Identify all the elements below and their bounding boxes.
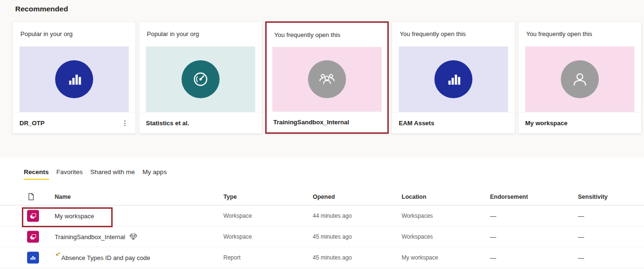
- item-type: Workspace: [223, 213, 252, 219]
- content-tabs: RecentsFavoritesShared with meMy apps: [24, 168, 167, 180]
- item-opened: 45 minutes ago: [313, 233, 352, 240]
- column-header-name[interactable]: Name: [55, 194, 71, 200]
- item-type-icon: [27, 251, 39, 263]
- card-type-icon: [434, 60, 472, 98]
- item-endorsement: —: [490, 233, 496, 240]
- recommended-card[interactable]: You frequently open this My workspace: [518, 21, 642, 134]
- card-type-icon: [182, 60, 220, 98]
- document-icon: [27, 193, 35, 201]
- item-type: Report: [223, 254, 240, 261]
- card-footer: DR_OTP: [13, 112, 135, 133]
- item-endorsement: —: [490, 254, 496, 261]
- column-header-sensitivity[interactable]: Sensitivity: [578, 194, 608, 200]
- recommended-card[interactable]: You frequently open this TrainingSandbox…: [265, 21, 389, 134]
- item-type-icon: [27, 210, 39, 222]
- item-name: Absence Types ID and pay code: [61, 254, 150, 261]
- column-header-opened[interactable]: Opened: [313, 194, 335, 200]
- item-location: My workspace: [402, 254, 438, 261]
- card-reason-label: Popular in your org: [13, 22, 135, 46]
- card-footer: Statistics et al.: [139, 112, 262, 133]
- item-name-cell: TrainingSandbox_Internal: [55, 233, 137, 240]
- item-name-cell: My workspace: [55, 212, 94, 219]
- item-sensitivity: —: [578, 212, 584, 219]
- card-title: My workspace: [525, 120, 567, 127]
- tab[interactable]: My apps: [143, 168, 167, 180]
- recommended-card[interactable]: You frequently open this EAM Assets: [392, 21, 515, 134]
- item-location: Workspaces: [402, 213, 433, 219]
- item-location: Workspaces: [402, 233, 433, 240]
- tab[interactable]: Favorites: [57, 168, 83, 180]
- premium-diamond-icon: [129, 233, 137, 240]
- card-type-icon: [55, 60, 93, 98]
- card-type-icon: [561, 60, 599, 98]
- card-title: TrainingSandbox_Internal: [273, 119, 349, 126]
- more-options-icon[interactable]: [121, 119, 129, 127]
- card-footer: My workspace: [519, 112, 641, 133]
- card-thumbnail: [525, 46, 634, 112]
- recents-table: My workspace Workspace 44 minutes ago Wo…: [0, 205, 644, 268]
- recommended-cards-row: Popular in your org DR_OTP Popular in yo…: [12, 21, 642, 134]
- tab[interactable]: Shared with me: [90, 168, 135, 180]
- table-row[interactable]: My workspace Workspace 44 minutes ago Wo…: [0, 205, 644, 226]
- item-name-cell: Absence Types ID and pay code: [55, 254, 150, 261]
- item-opened: 45 minutes ago: [313, 254, 352, 261]
- card-reason-label: You frequently open this: [392, 22, 515, 46]
- column-header-endorsement[interactable]: Endorsement: [490, 194, 528, 200]
- card-title: EAM Assets: [399, 120, 434, 127]
- recommended-heading: Recommended: [15, 5, 68, 13]
- card-footer: TrainingSandbox_Internal: [267, 111, 387, 132]
- item-endorsement: —: [490, 212, 496, 219]
- table-header: Name Type Opened Location Endorsement Se…: [0, 190, 644, 205]
- card-thumbnail: [272, 47, 382, 111]
- table-row[interactable]: Absence Types ID and pay code Report 45 …: [0, 247, 644, 268]
- column-header-location[interactable]: Location: [402, 194, 426, 200]
- item-opened: 44 minutes ago: [313, 213, 352, 219]
- card-thumbnail: [399, 46, 508, 112]
- recommended-card[interactable]: Popular in your org DR_OTP: [12, 21, 136, 134]
- item-name: TrainingSandbox_Internal: [55, 233, 125, 240]
- item-type-icon: [27, 231, 39, 242]
- recommended-card[interactable]: Popular in your org Statistics et al.: [139, 21, 262, 134]
- card-thumbnail: [146, 46, 255, 112]
- item-name: My workspace: [55, 212, 94, 219]
- column-header-type[interactable]: Type: [223, 194, 237, 200]
- card-footer: EAM Assets: [392, 112, 515, 133]
- table-row[interactable]: TrainingSandbox_Internal Workspace 45 mi…: [0, 226, 644, 247]
- card-type-icon: [308, 60, 346, 98]
- card-title: DR_OTP: [19, 120, 45, 127]
- card-title: Statistics et al.: [146, 120, 189, 127]
- card-reason-label: Popular in your org: [139, 22, 262, 46]
- new-item-icon: [55, 252, 60, 258]
- tab[interactable]: Recents: [24, 168, 49, 180]
- item-type: Workspace: [223, 233, 252, 240]
- card-thumbnail: [19, 46, 129, 112]
- item-sensitivity: —: [578, 254, 584, 261]
- card-reason-label: You frequently open this: [519, 22, 641, 46]
- item-sensitivity: —: [578, 233, 584, 240]
- card-reason-label: You frequently open this: [267, 23, 387, 47]
